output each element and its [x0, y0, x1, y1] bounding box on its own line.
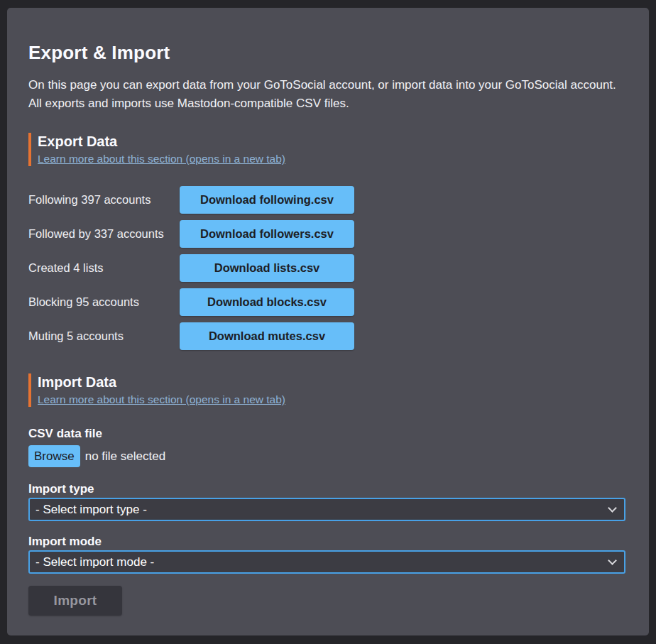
file-status-text: no file selected [85, 449, 165, 464]
page-title: Export & Import [28, 40, 628, 65]
page-description: On this page you can export data from yo… [28, 76, 628, 113]
import-learn-more-link[interactable]: Learn more about this section (opens in … [38, 393, 285, 407]
import-type-select[interactable]: - Select import type - [28, 498, 625, 521]
download-mutes-button[interactable]: Download mutes.csv [180, 322, 354, 350]
export-section-title: Export Data [38, 133, 628, 150]
export-row-label: Following 397 accounts [28, 193, 180, 207]
import-type-label: Import type [28, 482, 628, 496]
export-learn-more-link[interactable]: Learn more about this section (opens in … [38, 152, 285, 166]
csv-file-label: CSV data file [28, 427, 628, 441]
download-following-button[interactable]: Download following.csv [180, 186, 354, 214]
export-row-label: Muting 5 accounts [28, 329, 180, 343]
export-row-label: Blocking 95 accounts [28, 295, 180, 309]
export-section-header: Export Data Learn more about this sectio… [28, 133, 628, 166]
import-type-select-wrap: - Select import type - [28, 498, 625, 521]
import-submit-button[interactable]: Import [28, 586, 122, 616]
csv-file-input: Browse no file selected [28, 445, 628, 467]
import-mode-select-wrap: - Select import mode - [28, 550, 625, 574]
import-mode-select[interactable]: - Select import mode - [28, 550, 625, 574]
import-mode-label: Import mode [28, 535, 628, 549]
download-blocks-button[interactable]: Download blocks.csv [180, 288, 354, 316]
download-lists-button[interactable]: Download lists.csv [180, 254, 354, 282]
export-rows: Following 397 accounts Download followin… [28, 186, 628, 350]
import-section-header: Import Data Learn more about this sectio… [28, 373, 628, 407]
import-section-title: Import Data [38, 373, 628, 391]
export-row-label: Followed by 337 accounts [28, 227, 180, 241]
export-row-label: Created 4 lists [28, 261, 180, 275]
browse-button[interactable]: Browse [28, 445, 80, 467]
settings-panel: Export & Import On this page you can exp… [7, 8, 649, 635]
download-followers-button[interactable]: Download followers.csv [180, 220, 354, 248]
